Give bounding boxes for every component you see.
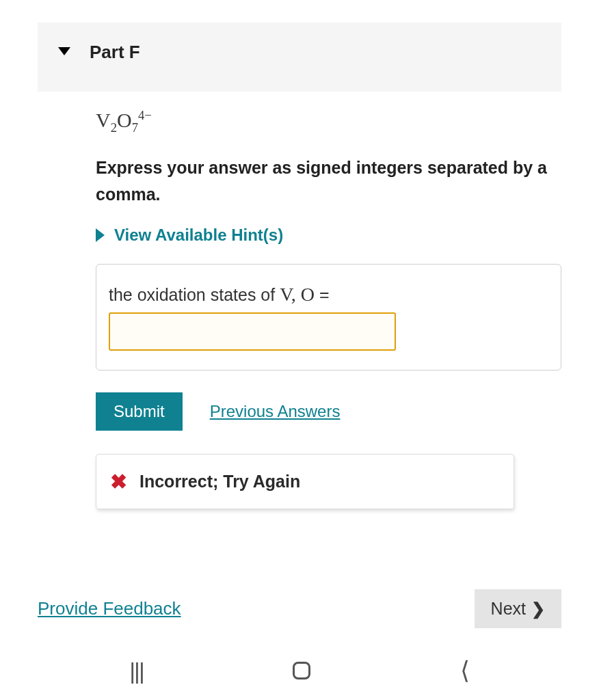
- part-header: Part F: [38, 23, 561, 92]
- nav-recents-icon[interactable]: |||: [129, 658, 144, 684]
- answer-input[interactable]: [109, 312, 396, 351]
- previous-answers-link[interactable]: Previous Answers: [210, 402, 341, 421]
- feedback-box: ✖ Incorrect; Try Again: [96, 454, 514, 509]
- submit-button[interactable]: Submit: [96, 392, 183, 431]
- answer-label: the oxidation states of V, O =: [109, 284, 548, 306]
- answer-label-suffix: =: [315, 285, 330, 304]
- question-instruction: Express your answer as signed integers s…: [96, 154, 561, 208]
- answer-label-prefix: the oxidation states of: [109, 285, 280, 304]
- device-navbar: ||| ⟨: [0, 647, 599, 695]
- incorrect-x-icon: ✖: [110, 470, 127, 494]
- chevron-right-icon: ❯: [531, 600, 545, 619]
- part-title: Part F: [90, 42, 140, 63]
- button-row: Submit Previous Answers: [96, 392, 561, 431]
- view-hints-label: View Available Hint(s): [114, 226, 283, 245]
- provide-feedback-link[interactable]: Provide Feedback: [38, 598, 181, 619]
- next-button[interactable]: Next ❯: [475, 589, 561, 628]
- nav-home-icon[interactable]: [293, 662, 310, 679]
- footer-row: Provide Feedback Next ❯: [38, 589, 561, 628]
- next-button-label: Next: [491, 599, 526, 619]
- nav-back-icon[interactable]: ⟨: [460, 656, 470, 685]
- answer-label-vars: V, O: [280, 284, 315, 305]
- feedback-message: Incorrect; Try Again: [139, 472, 300, 492]
- view-hints-link[interactable]: View Available Hint(s): [96, 226, 561, 245]
- answer-box: the oxidation states of V, O =: [96, 264, 561, 371]
- content-region: V2O74− Express your answer as signed int…: [96, 108, 561, 509]
- question-formula: V2O74−: [96, 108, 561, 135]
- caret-right-icon: [96, 228, 105, 242]
- collapse-caret-icon[interactable]: [58, 47, 70, 55]
